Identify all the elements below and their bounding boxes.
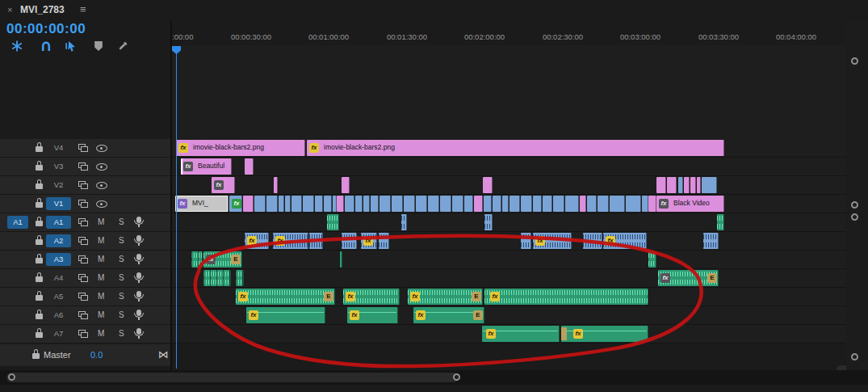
linked-selection-icon[interactable] [65,40,78,53]
track-name-V1[interactable]: V1 [46,197,71,210]
lock-icon[interactable] [32,353,40,359]
clip-beautiful[interactable]: fxBeautiful [181,158,232,175]
mic-icon[interactable] [136,217,141,223]
lock-icon[interactable] [36,295,43,301]
mic-icon[interactable] [136,310,141,316]
sync-lock-icon[interactable] [78,181,86,187]
mic-icon[interactable] [136,291,141,297]
audio-clip[interactable] [484,214,493,230]
mute-icon[interactable]: M [98,329,104,338]
video-clip[interactable] [502,196,509,212]
audio-clip[interactable]: fx [561,326,648,342]
video-clip[interactable] [245,158,254,175]
lock-icon[interactable] [36,314,43,319]
video-clip[interactable] [345,196,354,212]
mic-icon[interactable] [136,272,141,279]
sequence-tab-title[interactable]: MVI_2783 [20,4,65,15]
video-clip[interactable] [553,196,564,212]
video-clip[interactable] [509,196,520,212]
video-clip[interactable] [667,177,677,193]
audio-clip[interactable] [340,251,342,268]
audio-clip[interactable] [379,233,389,249]
solo-icon[interactable]: S [119,329,124,338]
playhead-timecode[interactable]: 00:00:00:00 [6,21,86,37]
sync-lock-icon[interactable] [78,330,86,335]
track-name-V3[interactable]: V3 [46,160,71,173]
audio-clip[interactable]: fxE [658,270,719,286]
track-name-A6[interactable]: A6 [46,309,71,322]
audio-clip[interactable] [648,251,656,268]
mic-icon[interactable] [136,254,141,260]
video-clip[interactable] [610,196,625,212]
scroll-handle[interactable] [851,213,858,221]
mute-icon[interactable]: M [98,292,104,301]
panel-menu-icon[interactable]: ≡ [80,3,86,15]
video-clip[interactable] [565,196,579,212]
video-clip[interactable] [684,177,690,193]
scroll-handle[interactable] [8,373,15,381]
master-gain-value[interactable]: 0.0 [90,350,103,360]
video-clip[interactable] [493,196,501,212]
solo-icon[interactable]: S [119,255,124,263]
time-ruler[interactable] [171,27,846,47]
solo-icon[interactable]: S [119,310,124,319]
mic-icon[interactable] [136,235,141,242]
insert-nest-toggle-icon[interactable] [10,40,23,53]
scroll-handle[interactable] [453,373,460,381]
audio-clip[interactable] [203,270,231,286]
video-clip[interactable]: fx [229,196,242,212]
solo-icon[interactable]: S [119,236,124,245]
clip-imovie-black-bars2-png[interactable]: fximovie-black-bars2.png [176,140,305,156]
audio-clip[interactable]: fx [484,289,648,305]
video-clip[interactable] [580,196,586,212]
video-clip[interactable] [428,196,439,212]
sync-lock-icon[interactable] [78,144,86,150]
playhead-line[interactable] [176,46,177,369]
lock-icon[interactable] [36,165,43,171]
audio-clip[interactable]: fxE [413,307,484,323]
clip-imovie-black-bars2-png[interactable]: fximovie-black-bars2.png [307,140,724,156]
sync-lock-icon[interactable] [78,255,86,261]
video-clip[interactable] [371,196,379,212]
eye-icon[interactable] [96,200,107,208]
audio-clip[interactable] [521,233,531,249]
track-name-A5[interactable]: A5 [46,290,71,303]
keyframe-bowtie-icon[interactable]: ⋈ [158,348,169,360]
video-clip[interactable] [266,196,278,212]
lock-icon[interactable] [36,202,43,208]
audio-clip[interactable] [717,214,724,230]
audio-clip[interactable] [401,214,407,230]
video-clip[interactable] [648,196,656,212]
video-clip[interactable] [543,196,552,212]
audio-clip[interactable]: fx [246,307,325,323]
mute-icon[interactable]: M [98,217,104,226]
video-clip[interactable] [474,196,483,212]
scroll-handle[interactable] [851,57,858,65]
track-name-A2[interactable]: A2 [46,234,71,247]
video-clip[interactable] [416,196,427,212]
audio-clip[interactable] [342,233,357,249]
mic-icon[interactable] [136,328,141,335]
video-clip[interactable] [452,196,463,212]
video-clip[interactable]: fx [212,177,235,193]
track-name-A7[interactable]: A7 [46,327,71,340]
video-clip[interactable] [690,177,696,193]
video-clip[interactable] [315,196,323,212]
mute-icon[interactable]: M [98,255,104,263]
video-clip[interactable] [533,196,542,212]
video-clip[interactable] [337,196,344,212]
lock-icon[interactable] [36,221,43,226]
lock-icon[interactable] [36,332,43,338]
video-clip[interactable] [285,196,291,212]
timeline-settings-wrench-icon[interactable] [116,40,129,53]
sync-lock-icon[interactable] [78,218,86,224]
sync-lock-icon[interactable] [78,293,86,298]
audio-clip[interactable]: fx [245,233,269,249]
video-clip[interactable] [626,196,641,212]
audio-clip[interactable]: fx [603,233,647,249]
video-clip[interactable] [279,196,284,212]
video-clip[interactable] [697,177,701,193]
track-name-A4[interactable]: A4 [46,272,71,285]
lock-icon[interactable] [36,276,43,282]
sync-lock-icon[interactable] [78,237,86,242]
